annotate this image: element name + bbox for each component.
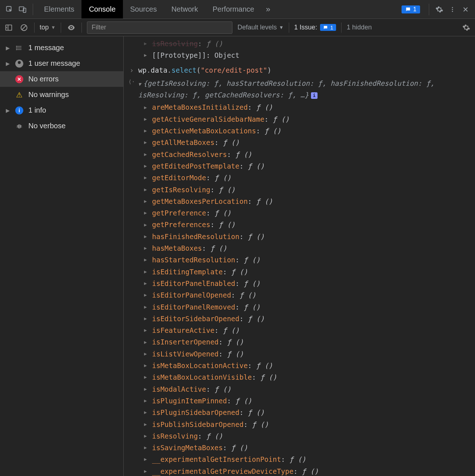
object-property[interactable]: ▶hasStartedResolution: ƒ () xyxy=(124,254,475,266)
device-toggle-icon[interactable] xyxy=(16,3,29,16)
expand-icon: ▶ xyxy=(144,268,148,276)
tab-sources[interactable]: Sources xyxy=(123,0,164,19)
object-property[interactable]: ▶isInserterOpened: ƒ () xyxy=(124,336,475,348)
expand-icon: ▶ xyxy=(144,326,148,334)
object-property[interactable]: ▶isSavingMetaBoxes: ƒ () xyxy=(124,442,475,453)
object-property[interactable]: ▶getEditedPostTemplate: ƒ () xyxy=(124,160,475,172)
expand-icon: ▶ xyxy=(144,455,148,463)
object-property[interactable]: ▶isEditorPanelOpened: ƒ () xyxy=(124,289,475,301)
object-property[interactable]: ▶isPluginItemPinned: ƒ () xyxy=(124,395,475,407)
clear-console-icon[interactable] xyxy=(19,23,29,33)
object-property[interactable]: ▶ isResolving: ƒ () xyxy=(124,38,475,49)
object-property[interactable]: ▶isPluginSidebarOpened: ƒ () xyxy=(124,407,475,418)
collapse-icon[interactable]: ▼ xyxy=(138,81,141,87)
expand-icon: ▶ xyxy=(144,279,148,287)
messages-count: 1 xyxy=(413,6,416,13)
expand-icon: ▶ xyxy=(144,233,148,241)
sidebar-item-info[interactable]: ▶i1 info xyxy=(0,102,123,118)
settings-icon[interactable] xyxy=(433,3,446,16)
messages-badge[interactable]: 1 xyxy=(402,5,420,13)
context-selector[interactable]: top ▼ xyxy=(40,24,56,31)
object-property[interactable]: ▶getCachedResolvers: ƒ () xyxy=(124,149,475,160)
lines-icon xyxy=(15,44,23,52)
console-toolbar: top ▼ Default levels ▼ 1 Issue: 1 1 hidd… xyxy=(0,19,475,36)
chevron-down-icon: ▼ xyxy=(51,25,56,30)
sidebar-item-err[interactable]: ✕No errors xyxy=(0,71,123,87)
sidebar-item-bug[interactable]: No verbose xyxy=(0,118,123,134)
expand-icon: ▶ xyxy=(6,108,10,113)
svg-point-15 xyxy=(16,48,17,48)
sidebar-item-label: 1 info xyxy=(28,106,46,114)
expand-icon: ▶ xyxy=(144,338,148,346)
tab-console[interactable]: Console xyxy=(81,0,123,19)
console-settings-icon[interactable] xyxy=(461,23,471,33)
expand-icon: ▶ xyxy=(144,385,148,393)
object-property[interactable]: ▶isEditingTemplate: ƒ () xyxy=(124,266,475,278)
sidebar-item-lines[interactable]: ▶1 message xyxy=(0,40,123,56)
object-property[interactable]: ▶isPublishSidebarOpened: ƒ () xyxy=(124,419,475,430)
object-property[interactable]: ▶isResolving: ƒ () xyxy=(124,430,475,442)
expand-icon: ▶ xyxy=(144,350,148,358)
expand-icon: ▶ xyxy=(144,221,148,229)
object-property[interactable]: ▶getActiveGeneralSidebarName: ƒ () xyxy=(124,113,475,125)
result-icon: ⟨· xyxy=(127,77,137,87)
err-icon: ✕ xyxy=(15,75,23,83)
filter-input[interactable] xyxy=(87,21,232,34)
live-expression-icon[interactable] xyxy=(66,23,76,33)
object-property[interactable]: ▶getAllMetaBoxes: ƒ () xyxy=(124,137,475,148)
object-property[interactable]: ▶getActiveMetaBoxLocations: ƒ () xyxy=(124,125,475,137)
object-summary: {getIsResolving: ƒ, hasStartedResolution… xyxy=(138,79,435,99)
sidebar-item-user[interactable]: ▶1 user message xyxy=(0,56,123,71)
inspect-icon[interactable] xyxy=(3,3,16,16)
expand-icon: ▶ xyxy=(144,104,148,112)
expand-icon: ▶ xyxy=(144,362,148,370)
object-property[interactable]: ▶getMetaBoxesPerLocation: ƒ () xyxy=(124,195,475,207)
object-property[interactable]: ▶getPreference: ƒ () xyxy=(124,207,475,219)
issues-label: 1 Issue: xyxy=(294,24,317,31)
object-property[interactable]: ▶isMetaBoxLocationActive: ƒ () xyxy=(124,360,475,371)
expand-icon: ▶ xyxy=(144,115,148,123)
object-property[interactable]: ▶isFeatureActive: ƒ () xyxy=(124,324,475,336)
svg-point-5 xyxy=(452,11,453,12)
sidebar-item-label: 1 user message xyxy=(28,59,80,68)
expand-icon: ▶ xyxy=(144,303,148,311)
sidebar-item-warn[interactable]: ⚠No warnings xyxy=(0,87,123,102)
more-tabs-icon[interactable]: » xyxy=(262,3,275,16)
console-result-row[interactable]: ⟨· ▼{getIsResolving: ƒ, hasStartedResolu… xyxy=(124,77,475,102)
svg-point-14 xyxy=(16,46,17,47)
tab-performance[interactable]: Performance xyxy=(205,0,262,19)
object-property[interactable]: ▶isListViewOpened: ƒ () xyxy=(124,348,475,360)
expand-icon: ▶ xyxy=(144,209,148,217)
svg-line-19 xyxy=(17,125,18,126)
object-property[interactable]: ▶areMetaBoxesInitialized: ƒ () xyxy=(124,101,475,113)
object-property[interactable]: ▶hasMetaBoxes: ƒ () xyxy=(124,242,475,254)
object-property[interactable]: ▶hasFinishedResolution: ƒ () xyxy=(124,231,475,242)
object-property[interactable]: ▶isEditorPanelRemoved: ƒ () xyxy=(124,301,475,313)
object-property[interactable]: ▶getPreferences: ƒ () xyxy=(124,219,475,230)
issues-indicator[interactable]: 1 Issue: 1 xyxy=(294,24,336,31)
console-sidebar: ▶1 message▶1 user message✕No errors⚠No w… xyxy=(0,36,124,476)
tab-network[interactable]: Network xyxy=(164,0,205,19)
object-prototype[interactable]: ▶ [[Prototype]]: Object xyxy=(124,49,475,61)
tab-elements[interactable]: Elements xyxy=(37,0,81,19)
expand-icon: ▶ xyxy=(144,197,148,205)
hidden-messages[interactable]: 1 hidden xyxy=(347,24,372,31)
object-property[interactable]: ▶getIsResolving: ƒ () xyxy=(124,184,475,195)
object-property[interactable]: ▶isModalActive: ƒ () xyxy=(124,383,475,395)
expand-icon: ▶ xyxy=(144,291,148,299)
log-levels-selector[interactable]: Default levels ▼ xyxy=(238,24,284,31)
object-property[interactable]: ▶isMetaBoxLocationVisible: ƒ () xyxy=(124,371,475,383)
levels-label: Default levels xyxy=(238,24,277,31)
info-badge-icon[interactable]: i xyxy=(311,92,318,99)
object-property[interactable]: ▶getEditorMode: ƒ () xyxy=(124,172,475,183)
expand-icon: ▶ xyxy=(144,138,148,146)
object-property[interactable]: ▶isEditorPanelEnabled: ƒ () xyxy=(124,278,475,289)
object-property[interactable]: ▶isEditorSidebarOpened: ƒ () xyxy=(124,313,475,324)
object-property[interactable]: ▶__experimentalGetInsertionPoint: ƒ () xyxy=(124,453,475,465)
svg-point-3 xyxy=(452,7,453,8)
user-icon xyxy=(15,60,23,68)
object-property[interactable]: ▶__experimentalGetPreviewDeviceType: ƒ (… xyxy=(124,465,475,476)
kebab-menu-icon[interactable] xyxy=(446,3,459,16)
sidebar-toggle-icon[interactable] xyxy=(4,23,14,33)
close-icon[interactable] xyxy=(459,3,472,16)
